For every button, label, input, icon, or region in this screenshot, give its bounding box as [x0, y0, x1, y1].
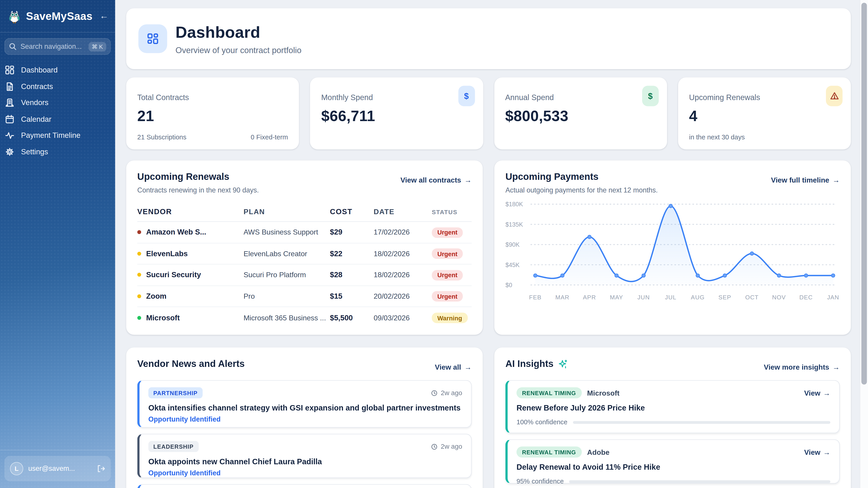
news-category-badge: PARTNERSHIP	[148, 387, 203, 398]
table-row[interactable]: Sucuri Security Sucuri Pro Platform $28 …	[137, 265, 471, 286]
stat-card-monthly-spend: Monthly Spend $66,711 $	[310, 77, 483, 149]
cost-cell: $15	[330, 292, 374, 300]
clock-icon	[431, 389, 438, 396]
svg-text:DEC: DEC	[799, 294, 813, 301]
news-item[interactable]: LEADERSHIP 2w ago Okta appoints new Chan…	[137, 434, 471, 478]
vendor-receipt-icon	[5, 98, 14, 107]
opportunity-link[interactable]: Opportunity Identified	[148, 469, 462, 477]
sidebar-item-label: Calendar	[21, 115, 51, 123]
stat-label: Annual Spend	[505, 93, 656, 102]
fixed-term-count: 0 Fixed-term	[251, 133, 288, 141]
news-title: Vendor News and Alerts	[137, 359, 245, 369]
page-title: Dashboard	[176, 23, 301, 41]
view-full-timeline-link[interactable]: View full timeline→	[771, 176, 840, 184]
scrollbar-thumb[interactable]	[861, 3, 866, 385]
table-row[interactable]: ElevenLabs ElevenLabs Creator $22 18/02/…	[137, 243, 471, 265]
vendor-status-dot	[137, 294, 141, 298]
svg-text:SEP: SEP	[718, 294, 731, 301]
table-row[interactable]: Microsoft Microsoft 365 Business ... $5,…	[137, 307, 471, 329]
table-header-row: VENDOR PLAN COST DATE STATUS	[137, 202, 471, 222]
search-input[interactable]: Search navigation... ⌘ K	[4, 38, 111, 55]
warning-triangle-icon	[826, 86, 842, 106]
vendor-name: Microsoft	[146, 314, 180, 322]
insight-item[interactable]: RENEWAL TIMING Microsoft View→ Renew Bef…	[505, 380, 840, 433]
search-placeholder: Search navigation...	[21, 43, 82, 51]
svg-text:$135K: $135K	[505, 221, 523, 228]
news-headline: Okta intensifies channel strategy with G…	[148, 403, 462, 412]
status-badge: Urgent	[432, 270, 463, 281]
insight-vendor: Adobe	[587, 448, 610, 456]
page-subtitle: Overview of your contract portfolio	[176, 45, 301, 55]
date-cell: 18/02/2026	[374, 271, 432, 279]
table-row[interactable]: Amazon Web S... AWS Business Support $29…	[137, 222, 471, 243]
sidebar-item-contracts[interactable]: Contracts	[0, 78, 115, 95]
table-row[interactable]: Zoom Pro $15 20/02/2026 Urgent	[137, 286, 471, 307]
news-item[interactable]: PARTNERSHIP 2w ago Okta intensifies chan…	[137, 380, 471, 428]
plan-cell: Sucuri Pro Platform	[244, 271, 330, 279]
subscriptions-count: 21 Subscriptions	[137, 133, 186, 141]
renewals-subtitle: Contracts renewing in the next 90 days.	[137, 186, 259, 194]
svg-text:$45K: $45K	[505, 262, 520, 268]
scrollbar-track[interactable]	[860, 0, 868, 488]
opportunity-link[interactable]: Opportunity Identified	[148, 416, 462, 423]
brand-title: SaveMySaas	[26, 10, 92, 22]
news-item-partial[interactable]	[137, 484, 471, 488]
vendor-status-dot	[137, 273, 141, 277]
sidebar-item-dashboard[interactable]: Dashboard	[0, 62, 115, 78]
upcoming-renewals-card: Upcoming Renewals Contracts renewing in …	[126, 160, 483, 335]
sidebar-nav: Dashboard Contracts Vendors	[0, 62, 115, 160]
dollar-icon: $	[458, 86, 475, 106]
sidebar-item-label: Payment Timeline	[21, 131, 81, 140]
sparkles-icon	[558, 359, 568, 369]
col-date: DATE	[374, 207, 432, 216]
insight-view-link[interactable]: View→	[804, 448, 830, 456]
confidence-bar	[569, 480, 831, 483]
sidebar-collapse-button[interactable]: ←	[100, 11, 108, 20]
arrow-right-icon: →	[465, 176, 472, 184]
sidebar-item-label: Vendors	[21, 99, 49, 107]
insight-item[interactable]: RENEWAL TIMING Adobe View→ Delay Renewal…	[505, 439, 840, 484]
sidebar-item-label: Dashboard	[21, 66, 58, 74]
owl-logo	[6, 8, 22, 24]
vendor-status-dot	[137, 230, 141, 234]
gear-icon	[5, 147, 14, 157]
sidebar-item-settings[interactable]: Settings	[0, 144, 115, 160]
plan-cell: AWS Business Support	[244, 228, 330, 236]
svg-text:JUL: JUL	[665, 294, 677, 301]
search-shortcut-badge: ⌘ K	[88, 42, 106, 51]
news-time: 2w ago	[441, 389, 462, 397]
cost-cell: $28	[330, 271, 374, 279]
view-more-insights-link[interactable]: View more insights→	[764, 363, 840, 371]
svg-text:AUG: AUG	[691, 294, 705, 301]
payments-chart: $180K$135K$90K$45K$0FEBMARAPRMAYJUNJULAU…	[505, 197, 839, 311]
main-content: Dashboard Overview of your contract port…	[115, 0, 868, 488]
svg-text:MAY: MAY	[610, 294, 623, 301]
insight-category-badge: RENEWAL TIMING	[517, 447, 582, 457]
sidebar-item-vendors[interactable]: Vendors	[0, 95, 115, 111]
news-time: 2w ago	[441, 443, 462, 450]
search-icon	[9, 43, 17, 51]
sidebar-item-label: Settings	[21, 148, 48, 156]
brand-row: SaveMySaas ←	[0, 0, 115, 33]
stat-value: $800,533	[505, 108, 656, 125]
calendar-icon	[5, 114, 14, 124]
confidence-bar	[573, 421, 831, 423]
view-all-news-link[interactable]: View all→	[435, 363, 472, 371]
logout-icon[interactable]	[96, 464, 105, 473]
clock-icon	[431, 443, 438, 450]
view-all-contracts-link[interactable]: View all contracts→	[401, 176, 472, 184]
upcoming-payments-card: Upcoming Payments Actual outgoing paymen…	[494, 160, 851, 335]
vendor-name: Amazon Web S...	[146, 228, 206, 236]
status-badge: Urgent	[432, 291, 463, 302]
svg-text:FEB: FEB	[529, 294, 541, 301]
plan-cell: Pro	[244, 292, 330, 300]
status-badge: Warning	[432, 313, 468, 324]
user-card[interactable]: L user@savem...	[4, 456, 111, 482]
plan-cell: Microsoft 365 Business ...	[244, 314, 330, 322]
sidebar-item-payment-timeline[interactable]: Payment Timeline	[0, 127, 115, 143]
svg-text:JAN: JAN	[827, 294, 839, 301]
svg-text:MAR: MAR	[555, 294, 569, 301]
sidebar-item-calendar[interactable]: Calendar	[0, 111, 115, 127]
insight-view-link[interactable]: View→	[804, 389, 830, 397]
insight-category-badge: RENEWAL TIMING	[517, 387, 582, 398]
